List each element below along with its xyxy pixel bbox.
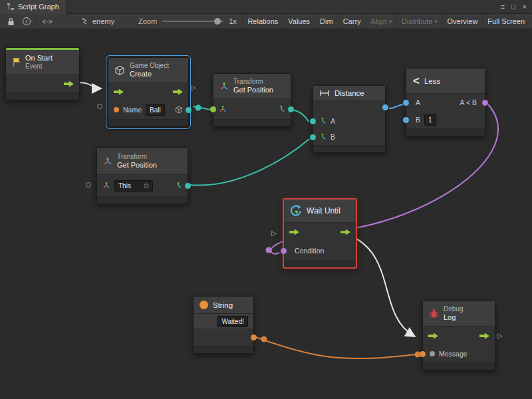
carry-triangle-icon: ▷ <box>271 230 277 237</box>
transform-input-port[interactable] <box>210 106 216 112</box>
flow-input-arrow-icon[interactable] <box>289 229 299 236</box>
node-create-game-object[interactable]: Game Object Create Name Ball <box>108 57 189 127</box>
zoom-slider-handle[interactable] <box>214 18 221 25</box>
output-row <box>194 329 253 346</box>
position-output-port[interactable] <box>288 106 294 112</box>
object-picker-icon[interactable]: ⊙ <box>144 182 149 190</box>
align-button[interactable]: Align▾ <box>366 14 396 29</box>
relations-button[interactable]: Relations <box>242 14 283 29</box>
distribute-button[interactable]: Distribute▾ <box>396 14 442 29</box>
edit-code-icon[interactable]: <·> <box>39 14 55 29</box>
name-input[interactable]: Ball <box>146 104 165 116</box>
zoom-slider[interactable] <box>162 21 223 22</box>
node-footer <box>108 119 188 126</box>
condition-row: Condition <box>284 241 356 260</box>
condition-input-port[interactable] <box>281 248 287 254</box>
node-footer <box>284 260 356 267</box>
graph-name[interactable]: enemy <box>82 17 114 25</box>
flow-output-arrow-icon[interactable] <box>173 88 183 96</box>
node-footer <box>213 119 291 126</box>
vector3-icon <box>319 117 327 125</box>
position-output-port[interactable] <box>185 183 191 189</box>
flow-input-arrow-icon[interactable] <box>428 332 438 340</box>
flow-input-arrow-icon[interactable] <box>114 88 124 96</box>
node-title: Wait Until <box>307 206 340 215</box>
flow-row <box>423 327 495 345</box>
node-less[interactable]: < Less A A < B B 1 <box>406 68 485 136</box>
graph-toolbar: i <·> enemy Zoom 1x Relations Values Dim… <box>0 14 532 29</box>
transform-icon <box>219 105 227 113</box>
node-get-position-2[interactable]: Transform Get Position This ⊙ <box>96 148 188 204</box>
input-row-b: B <box>313 129 385 145</box>
node-distance[interactable]: Distance A B <box>313 85 386 153</box>
node-wait-until[interactable]: Wait Until Condition <box>283 198 357 269</box>
unity-script-graph-window: Script Graph ≡ □ × i <·> enemy Zoom 1x R… <box>0 0 532 399</box>
flow-output-arrow-icon[interactable] <box>340 229 350 236</box>
string-value-input[interactable]: Waited! <box>217 316 248 327</box>
node-type: Game Object <box>130 62 169 70</box>
node-title: String <box>213 301 233 309</box>
target-dropdown[interactable]: This ⊙ <box>114 180 153 192</box>
tab-script-graph[interactable]: Script Graph <box>0 0 66 14</box>
input-a-port[interactable] <box>310 118 316 124</box>
carry-triangle-icon: ▷ <box>497 332 503 339</box>
graph-canvas[interactable]: ▷ ▷ ▷ On Start Event G <box>0 29 532 399</box>
unconnected-port[interactable] <box>97 104 102 109</box>
input-a-port[interactable] <box>403 100 409 106</box>
node-footer <box>194 346 253 353</box>
titlebar: Script Graph ≡ □ × <box>0 0 532 14</box>
info-icon[interactable]: i <box>19 14 35 29</box>
toolbar-separator <box>37 17 37 26</box>
input-b-value[interactable]: 1 <box>424 114 436 126</box>
maximize-icon[interactable]: □ <box>511 3 516 11</box>
node-header: Wait Until <box>284 200 356 223</box>
comparison-output-port[interactable] <box>482 100 488 106</box>
wire-distance-less <box>389 104 403 108</box>
node-title: Create <box>130 70 169 78</box>
carry-button[interactable]: Carry <box>338 14 366 29</box>
condition-label: Condition <box>295 247 324 255</box>
input-a-label: A <box>416 98 420 106</box>
flow-output-arrow-icon[interactable] <box>64 80 74 88</box>
node-type: Transform <box>117 153 157 161</box>
input-b-port[interactable] <box>403 117 409 123</box>
graph-icon <box>7 3 15 11</box>
input-b-label: B <box>331 133 335 141</box>
output-label: A < B <box>460 98 477 106</box>
node-title: Log <box>444 313 463 322</box>
node-debug-log[interactable]: Debug Log Message <box>422 301 495 370</box>
less-than-icon: < <box>413 75 420 86</box>
message-input-port[interactable] <box>420 351 426 357</box>
message-row: Message <box>423 345 495 362</box>
node-string[interactable]: String Waited! <box>193 296 254 354</box>
string-output-port[interactable] <box>251 334 257 340</box>
node-on-start[interactable]: On Start Event <box>5 47 80 100</box>
message-port-dot[interactable] <box>430 351 435 356</box>
vector3-icon <box>174 182 182 190</box>
input-b-port[interactable] <box>310 134 316 140</box>
game-object-output-port[interactable] <box>186 107 192 113</box>
distance-output-port[interactable] <box>382 104 388 110</box>
flow-row <box>284 223 356 241</box>
name-port[interactable] <box>114 107 119 112</box>
value-row: This ⊙ <box>97 175 188 196</box>
overview-button[interactable]: Overview <box>442 14 483 29</box>
close-icon[interactable]: × <box>523 3 527 11</box>
values-button[interactable]: Values <box>283 14 315 29</box>
wire-getposition-distance-a <box>291 110 309 122</box>
vector3-icon <box>277 105 285 113</box>
flow-output-arrow-icon[interactable] <box>479 332 489 340</box>
lock-icon[interactable] <box>3 14 19 29</box>
flow-row <box>6 75 79 92</box>
chevron-down-icon: ▾ <box>435 19 438 25</box>
toolbar-buttons: Relations Values Dim Carry Align▾ Distri… <box>242 14 529 29</box>
dim-button[interactable]: Dim <box>315 14 338 29</box>
node-get-position-1[interactable]: Transform Get Position <box>213 73 291 127</box>
flow-row <box>108 83 188 100</box>
chevron-down-icon: ▾ <box>389 19 392 25</box>
node-header: Transform Get Position <box>97 148 188 175</box>
window-menu-icon[interactable]: ≡ <box>500 3 504 11</box>
script-graph-asset-icon <box>82 18 89 25</box>
full-screen-button[interactable]: Full Screen <box>482 14 529 29</box>
unconnected-port[interactable] <box>86 182 91 188</box>
